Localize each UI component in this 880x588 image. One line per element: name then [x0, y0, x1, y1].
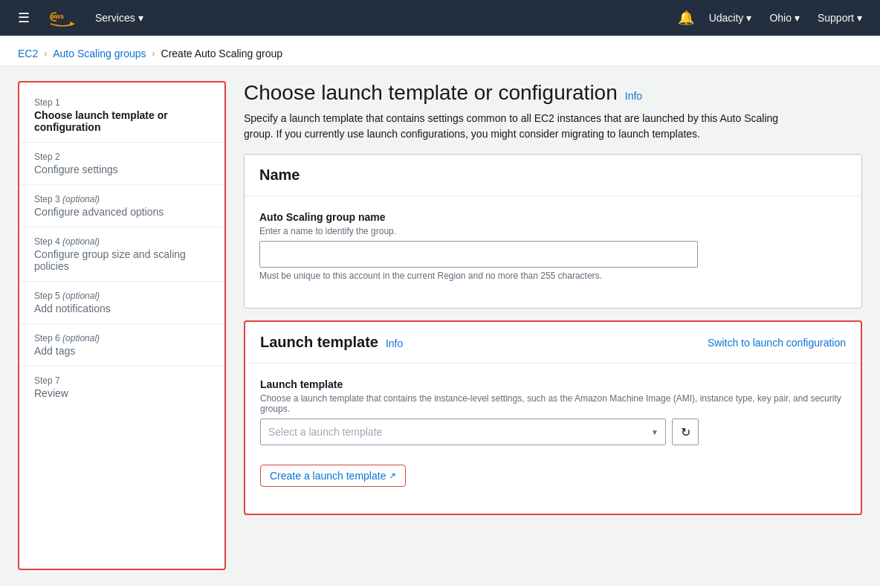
main-content: Choose launch template or configuration … — [226, 66, 880, 585]
sidebar-step-5[interactable]: Step 5 (optional) Add notifications — [19, 282, 224, 324]
create-launch-template-link[interactable]: Create a launch template ↗ — [270, 470, 396, 482]
page-header: Choose launch template or configuration … — [244, 81, 862, 142]
template-select-group: Launch template Choose a launch template… — [260, 378, 846, 487]
sidebar-step-2[interactable]: Step 2 Configure settings — [19, 143, 224, 185]
services-menu[interactable]: Services ▾ — [89, 9, 149, 27]
name-card-body: Auto Scaling group name Enter a name to … — [245, 196, 861, 308]
region-menu[interactable]: Ohio ▾ — [763, 9, 806, 27]
breadcrumb-autoscaling[interactable]: Auto Scaling groups — [53, 48, 146, 59]
external-link-icon: ↗ — [389, 471, 396, 481]
launch-template-title: Launch template — [260, 334, 378, 351]
support-menu[interactable]: Support ▾ — [812, 9, 868, 27]
aws-logo: aws — [48, 6, 77, 30]
breadcrumb-ec2[interactable]: EC2 — [18, 48, 38, 59]
sidebar-step-1[interactable]: Step 1 Choose launch template or configu… — [19, 88, 224, 143]
sidebar-step-3[interactable]: Step 3 (optional) Configure advanced opt… — [19, 185, 224, 227]
name-card-header: Name — [245, 155, 861, 196]
group-name-field: Auto Scaling group name Enter a name to … — [259, 211, 847, 281]
sidebar-step-7-title: Review — [34, 387, 210, 399]
breadcrumb-sep-1: › — [44, 48, 47, 59]
sidebar-step-1-title: Choose launch template or configuration — [34, 109, 210, 133]
group-name-note: Must be unique to this account in the cu… — [259, 271, 847, 281]
launch-template-card: Launch template Info Switch to launch co… — [244, 320, 862, 515]
svg-text:aws: aws — [51, 13, 64, 20]
breadcrumb: EC2 › Auto Scaling groups › Create Auto … — [0, 36, 880, 66]
refresh-button[interactable]: ↻ — [672, 419, 699, 445]
steps-sidebar: Step 1 Choose launch template or configu… — [18, 81, 226, 570]
sidebar-step-4[interactable]: Step 4 (optional) Configure group size a… — [19, 227, 224, 282]
group-name-label: Auto Scaling group name — [259, 211, 847, 223]
template-select-label: Launch template — [260, 378, 846, 390]
page-info-link[interactable]: Info — [625, 90, 642, 102]
menu-toggle[interactable]: ☰ — [12, 7, 36, 29]
breadcrumb-current: Create Auto Scaling group — [161, 48, 282, 59]
create-link-container: Create a launch template ↗ — [260, 465, 406, 487]
launch-template-info-link[interactable]: Info — [386, 337, 403, 349]
page-title: Choose launch template or configuration — [244, 81, 618, 105]
group-name-hint: Enter a name to identify the group. — [259, 226, 847, 236]
breadcrumb-sep-2: › — [152, 48, 155, 59]
launch-template-body: Launch template Choose a launch template… — [245, 364, 861, 514]
sidebar-step-6[interactable]: Step 6 (optional) Add tags — [19, 324, 224, 366]
sidebar-step-4-title: Configure group size and scaling policie… — [34, 248, 210, 272]
launch-template-header: Launch template Info Switch to launch co… — [245, 322, 861, 364]
template-select-desc: Choose a launch template that contains t… — [260, 393, 846, 414]
sidebar-step-7[interactable]: Step 7 Review — [19, 366, 224, 408]
sidebar-step-5-title: Add notifications — [34, 303, 210, 314]
template-select-wrapper: Select a launch template ▼ — [260, 419, 666, 445]
page-description: Specify a launch template that contains … — [244, 111, 794, 142]
sidebar-step-3-title: Configure advanced options — [34, 206, 210, 218]
name-card-title: Name — [259, 167, 847, 184]
sidebar-step-2-title: Configure settings — [34, 164, 210, 175]
sidebar-step-6-title: Add tags — [34, 345, 210, 357]
notification-bell[interactable]: 🔔 — [675, 7, 697, 29]
name-card: Name Auto Scaling group name Enter a nam… — [244, 154, 862, 308]
template-select[interactable]: Select a launch template — [260, 419, 666, 445]
refresh-icon: ↻ — [681, 425, 690, 439]
page-footer: Cancel Next — [0, 585, 880, 588]
group-name-input[interactable] — [259, 241, 698, 268]
switch-to-config-link[interactable]: Switch to launch configuration — [708, 337, 846, 349]
account-menu[interactable]: Udacity ▾ — [703, 9, 758, 27]
top-navigation: ☰ aws Services ▾ 🔔 Udacity ▾ Ohio ▾ — [0, 0, 880, 36]
